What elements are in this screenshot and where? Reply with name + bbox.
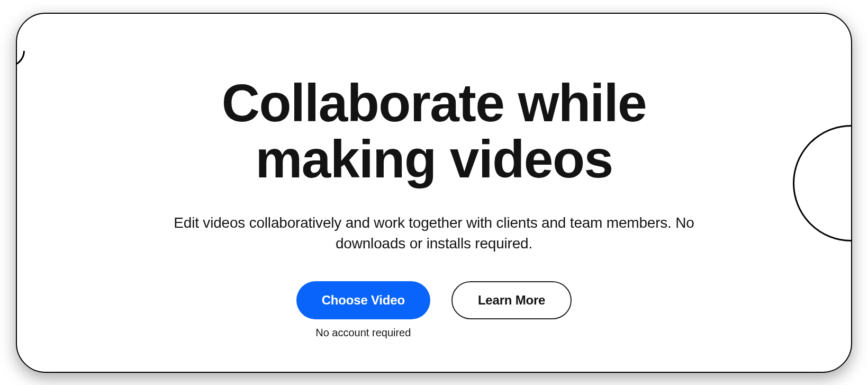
hero-card: Collaborate while making videos Edit vid… — [16, 13, 852, 373]
choose-video-button[interactable]: Choose Video — [296, 281, 430, 319]
cta-row: Choose Video No account required Learn M… — [296, 281, 572, 339]
decorative-shape-left — [16, 51, 25, 67]
cta-primary-column: Choose Video No account required — [296, 281, 430, 339]
hero-subheadline: Edit videos collaboratively and work tog… — [153, 212, 715, 254]
no-account-hint: No account required — [315, 327, 411, 339]
cta-secondary-column: Learn More — [451, 281, 572, 319]
decorative-circle-right — [793, 125, 852, 241]
hero-headline: Collaborate while making videos — [143, 75, 725, 187]
learn-more-button[interactable]: Learn More — [451, 281, 572, 319]
